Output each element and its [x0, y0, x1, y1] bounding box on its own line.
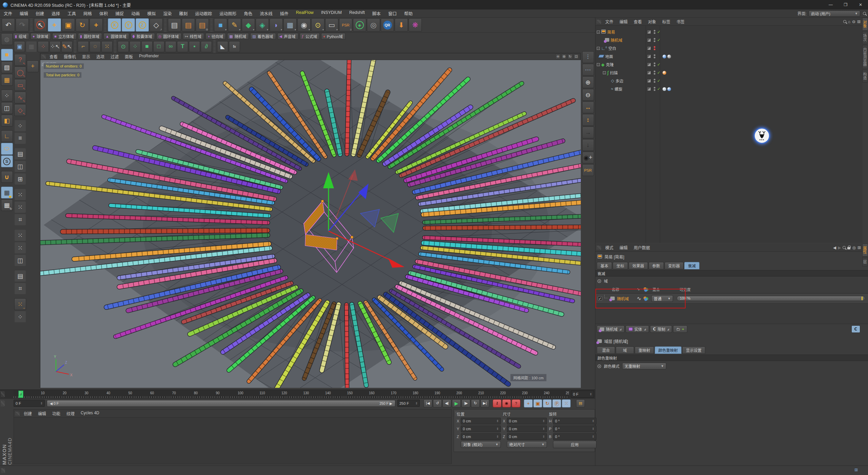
disabled-tool-10[interactable]: ⁙: [14, 242, 26, 254]
record-key-button[interactable]: ⚷: [493, 399, 501, 407]
wire-cube-tool[interactable]: □: [153, 41, 164, 52]
swirl-tool[interactable]: ∂: [201, 41, 212, 52]
last-tool[interactable]: +: [90, 18, 103, 32]
expand-toggle[interactable]: -: [597, 31, 600, 34]
add-cube-menu[interactable]: ■▾: [214, 18, 227, 32]
field-curve-icon[interactable]: ∿: [637, 295, 641, 302]
layer-chip[interactable]: [647, 62, 651, 66]
tree-row-螺旋[interactable]: ≈螺旋✓: [595, 85, 863, 93]
workplane-mode[interactable]: ▦: [1, 74, 13, 86]
disabled-tool-4[interactable]: ◫: [14, 160, 26, 172]
status-corner-icon[interactable]: ⊞: [854, 468, 858, 472]
menu-item-3[interactable]: 纹理: [63, 411, 78, 416]
workplane-lock[interactable]: ▦🔒: [1, 187, 13, 198]
enabled-check[interactable]: ✓: [657, 30, 660, 34]
apply-button[interactable]: 应用: [553, 441, 596, 448]
undo-button[interactable]: ↶: [2, 18, 15, 32]
axis-mode[interactable]: ∟: [1, 130, 13, 142]
go-start-button[interactable]: |◀: [423, 399, 432, 407]
coord-field-旋转-H[interactable]: 0 °⇕: [553, 418, 596, 424]
disabled-tool-2[interactable]: ≡: [14, 132, 26, 144]
menu-item-9[interactable]: 模拟: [143, 10, 159, 17]
attr-side-tab-属性[interactable]: 属性: [862, 244, 868, 256]
minimize-button[interactable]: —: [823, 0, 838, 10]
distribute-horizontal-icon[interactable]: ↔: [582, 101, 594, 113]
add-folder-button[interactable]: 🗀+: [673, 325, 687, 333]
measure-tool[interactable]: ▣: [14, 41, 25, 52]
snap-s-mode[interactable]: S: [1, 155, 13, 167]
render-view-button[interactable]: ▤: [168, 18, 181, 32]
globe-mode[interactable]: ◍: [1, 33, 13, 45]
frame-spinner[interactable]: 0 F⇕: [571, 391, 594, 398]
add-environment-menu[interactable]: ▦▾: [283, 18, 297, 32]
lock-y-axis[interactable]: Y: [122, 18, 135, 32]
disabled-tool-14[interactable]: ⁘: [14, 311, 26, 323]
menu-item-4[interactable]: 标签: [659, 19, 673, 24]
small-cube-tool[interactable]: ▪: [189, 41, 200, 52]
viewport-solo-mode[interactable]: ⬭: [1, 143, 13, 155]
disabled-tool-8[interactable]: ⌗: [14, 214, 26, 226]
menu-item-18[interactable]: INSYDIUM: [317, 10, 346, 17]
blend-mode-dropdown[interactable]: 普通▼: [651, 295, 673, 302]
random-field-add-button[interactable]: 随机域◢: [597, 325, 625, 333]
om-side-tab-构造[interactable]: 构造: [862, 70, 868, 82]
om-search-icon[interactable]: [843, 20, 846, 23]
menu-item-17[interactable]: RealFlow: [292, 10, 317, 17]
om-side-tab-场次[interactable]: 场次: [862, 31, 868, 44]
cone-field-button[interactable]: ▲圆锥体域: [103, 33, 129, 40]
visibility-slider[interactable]: 100 %: [677, 296, 865, 301]
add-modeling-menu[interactable]: ◈▾: [256, 18, 269, 32]
polygons-mode[interactable]: ◧: [1, 115, 13, 127]
record-scale-toggle[interactable]: ▣: [533, 399, 542, 407]
move-right-icon[interactable]: →: [582, 127, 594, 138]
menu-item-0[interactable]: 查看: [46, 54, 61, 59]
attr-tab-基本[interactable]: 基本: [597, 262, 612, 269]
tree-row-多边[interactable]: ◇多边✓: [595, 77, 863, 85]
attr-side-tab-层[interactable]: 层: [862, 257, 868, 266]
menu-item-1[interactable]: 摄像机: [61, 54, 79, 59]
sail-tool[interactable]: ◣: [217, 41, 228, 52]
delete-points-tool[interactable]: ⁘: [38, 41, 49, 52]
layer-chip[interactable]: [647, 71, 651, 75]
attr-forward-icon[interactable]: ▶: [838, 245, 841, 250]
color-mode-dropdown[interactable]: 无重映射▼: [622, 363, 666, 369]
attr-back-icon[interactable]: ◀: [833, 245, 836, 250]
menu-item-2[interactable]: 创建: [32, 10, 48, 17]
workplane-rotate[interactable]: ▦↻: [1, 199, 13, 211]
layer-chip[interactable]: [647, 46, 651, 50]
expand-toggle[interactable]: -: [597, 47, 600, 50]
download-button[interactable]: ⬇: [395, 18, 408, 32]
menu-item-3[interactable]: 对象: [645, 19, 659, 24]
field-row-random-field[interactable]: ✓随机域∿普通▼100 %: [595, 293, 868, 304]
coord-field-位置-X[interactable]: 0 cm⇕: [461, 418, 501, 424]
ruler-grip[interactable]: [1, 391, 5, 397]
formula-field-button[interactable]: ƒ公式域: [300, 33, 320, 40]
menu-item-0[interactable]: 文件: [602, 19, 616, 24]
move-palette-button[interactable]: +: [27, 60, 39, 72]
points-mode[interactable]: ⁘: [1, 90, 13, 101]
magnet-snap[interactable]: ∪: [1, 171, 13, 183]
menu-item-5[interactable]: 网格: [80, 10, 96, 17]
disabled-tool-6[interactable]: ⁙: [14, 189, 26, 201]
layer-chip[interactable]: [647, 54, 651, 58]
play-button[interactable]: ▶: [452, 399, 461, 407]
attr-tab-变形器[interactable]: 变形器: [665, 262, 684, 269]
timeline-window-button[interactable]: ▤: [576, 399, 585, 407]
om-home-icon[interactable]: ⌂: [848, 19, 850, 24]
hierarchy-horizontal-icon[interactable]: ⋯: [582, 64, 594, 76]
random-field-button[interactable]: ▩随机域: [227, 33, 249, 40]
torus-field-button[interactable]: ◎圆环体域: [156, 33, 182, 40]
hierarchy-vertical-icon[interactable]: ⫶: [582, 51, 594, 63]
polygon-selection-icon[interactable]: ◇↖: [14, 104, 26, 116]
menu-item-2[interactable]: 查看: [631, 19, 645, 24]
attr-tab-衰减[interactable]: 衰减: [684, 262, 699, 269]
tree-row-扫描[interactable]: -∫扫描✓: [595, 69, 863, 77]
clamp-toggle-button[interactable]: Ⅽ: [851, 325, 860, 333]
keyframe-help-button[interactable]: ?: [512, 399, 520, 407]
om-side-tab-内容浏览器[interactable]: 内容浏览器: [862, 45, 868, 69]
menu-item-0[interactable]: 模式: [602, 245, 616, 250]
help-select-tool[interactable]: ?↖: [14, 54, 26, 66]
tree-row-地面[interactable]: 地面: [595, 52, 863, 60]
coord-field-旋转-B[interactable]: 0 °⇕: [553, 433, 596, 440]
expand-toggle[interactable]: -: [603, 71, 606, 74]
